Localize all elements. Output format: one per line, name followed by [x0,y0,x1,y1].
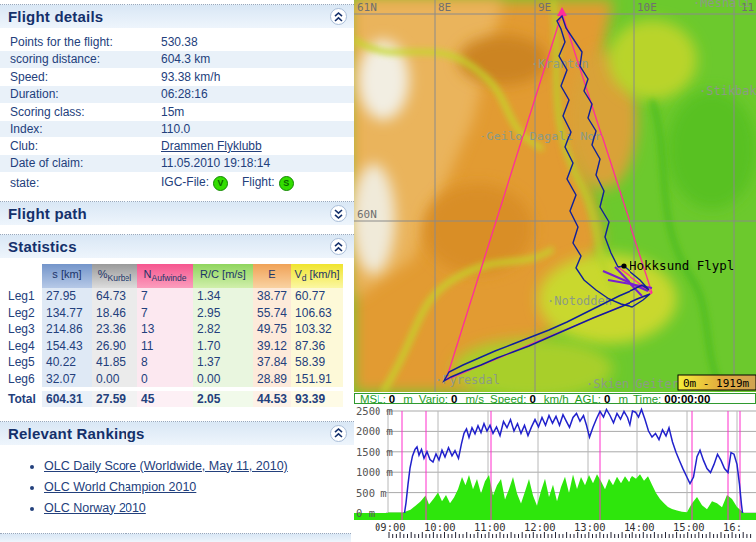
baro-baseline-bar [354,513,756,520]
ranking-item: OLC Norway 2010 [44,499,354,518]
flight-details-rows: Points for the flight:530.38scoring dist… [0,33,354,194]
statistics-table: s [km]%KurbelNAufwindeR/C [m/s]EVd [km/h… [6,264,343,407]
baro-x-label: 09:00 [375,521,406,533]
stats-cell: 103.32 [291,321,343,338]
barogram-container: 2500 m2000 m1500 m1000 m500 m0 m09:0010:… [354,404,756,542]
statistics-table-body: Leg127.9564.7371.3438.7760.77Leg2134.771… [6,288,343,407]
collapse-button-rankings[interactable] [330,425,347,442]
detail-label: Index: [0,122,161,136]
baro-x-label: 14:00 [624,521,655,533]
stats-cell: 1.70 [193,338,253,355]
baro-x-label: 13:00 [574,521,606,533]
terrain-yellow-transition [608,20,697,100]
club-link[interactable]: Drammen Flyklubb [161,139,262,153]
barogram-chart[interactable]: 2500 m2000 m1500 m1000 m500 m0 m09:0010:… [354,404,756,538]
chevron-double-down-icon [333,208,344,220]
stats-cell: 2.82 [193,321,253,338]
stats-cell: 87.36 [291,338,343,355]
detail-value: 06:28:16 [161,87,354,101]
detail-value: 11.05.2010 19:18:14 [161,156,354,170]
detail-label: scoring distance: [0,52,161,66]
igc-file-status-badge[interactable]: V [213,176,228,191]
stats-cell: 39.12 [253,338,291,355]
map-status-bar: MSL:0mVario:0m/sSpeed:0km/hAGL:0mTime:00… [354,393,756,404]
stats-cell: 26.90 [92,338,137,355]
stats-cell: 13 [137,321,193,338]
place-label: ·Mesnali [693,0,751,10]
stats-cell: 2.95 [193,305,253,322]
stats-column-header: NAufwinde [137,264,193,288]
place-label: ·Stikbakk [699,84,756,98]
detail-value: 604.3 km [161,52,354,66]
baro-y-label: 2000 m [356,425,393,437]
terrain-green-east [667,90,756,209]
stats-cell: 18.46 [92,305,137,322]
ranking-link[interactable]: OLC Norway 2010 [44,501,146,515]
leg-label: Leg6 [6,371,42,388]
baro-x-label: 10:00 [424,521,456,533]
stats-cell: 0.00 [92,371,137,388]
chevron-double-up-icon [333,241,344,253]
flight-status-badge[interactable]: S [279,176,294,191]
grid-label: 61N [357,1,377,14]
grid-label: 9E [538,1,551,14]
detail-value: 15m [161,105,354,119]
stats-total-row: Total604.3127.59452.0544.5393.39 [6,391,343,407]
baro-x-label: 16: [723,521,742,533]
baro-x-label: 11:00 [474,521,506,533]
status-unit: m [403,393,413,404]
chevron-double-up-icon [333,427,344,439]
state-label: state: [0,176,161,190]
stats-cell: 11 [137,338,193,355]
baro-y-label: 1500 m [356,446,393,458]
state-value: IGC-File:VFlight:S [161,175,354,190]
stats-cell: 28.89 [253,371,291,388]
next-section-band [0,533,351,542]
expand-button-flight-path[interactable] [330,205,347,222]
ranking-link[interactable]: OLC Daily Score (Worldwide, May 11, 2010… [44,459,288,473]
collapse-button-flight-details[interactable] [330,8,347,25]
flight-path-title: Flight path [8,205,87,222]
section-header-flight-details: Flight details [0,4,354,28]
statistics-title: Statistics [8,238,77,255]
flight-map[interactable]: 8E9E10E1161N60N·Mesnali·Stikbakk·Kranten… [354,0,756,392]
ranking-link[interactable]: OLC World Champion 2010 [44,480,196,494]
place-label: ·Notodden [547,294,612,308]
detail-value: 93.38 km/h [161,70,354,84]
detail-row: Points for the flight:530.38 [0,33,354,51]
airfield-label: Hokksund Flypl [630,258,734,273]
detail-row: Duration:06:28:16 [0,86,354,104]
baro-x-label: 15:00 [673,521,705,533]
stats-cell: 60.77 [291,288,343,305]
stats-cell: 7 [137,305,193,322]
status-unit: m/s [465,393,484,404]
stats-total-cell: 44.53 [253,391,291,407]
stats-cell: 49.75 [253,321,291,338]
grid-label: 8E [438,1,451,14]
stats-column-header: R/C [m/s] [193,264,253,288]
col-main: R/C [m/s] [200,268,246,280]
ranking-item: OLC Daily Score (Worldwide, May 11, 2010… [44,457,354,476]
stats-cell: 32.07 [42,371,92,388]
statistics-table-head: s [km]%KurbelNAufwindeR/C [m/s]EVd [km/h… [6,264,343,288]
leg-label: Leg2 [6,305,42,322]
baro-y-label: 2500 m [356,406,393,417]
collapse-button-statistics[interactable] [330,238,347,255]
detail-value: 110.0 [161,122,354,136]
baro-y-label: 0 m [356,507,375,519]
col-main: E [268,268,275,280]
map-container: 8E9E10E1161N60N·Mesnali·Stikbakk·Kranten… [354,0,756,392]
status-label: AGL: [575,393,601,404]
stats-cell: 37.84 [253,354,291,371]
stats-leg-row: Leg4154.4326.90111.7039.1287.36 [6,338,343,355]
col-main: s [km] [52,268,81,280]
detail-row: Date of claim:11.05.2010 19:18:14 [0,155,354,173]
stats-cell: 214.86 [42,321,92,338]
detail-label: Points for the flight: [0,35,161,49]
stats-cell: 151.91 [291,371,343,388]
stats-leg-row: Leg632.070.0000.0028.89151.91 [6,371,343,388]
stats-column-header: %Kurbel [92,264,137,288]
stats-cell: 38.77 [253,288,291,305]
stats-cell: 8 [137,354,193,371]
stats-cell: 58.39 [291,354,343,371]
